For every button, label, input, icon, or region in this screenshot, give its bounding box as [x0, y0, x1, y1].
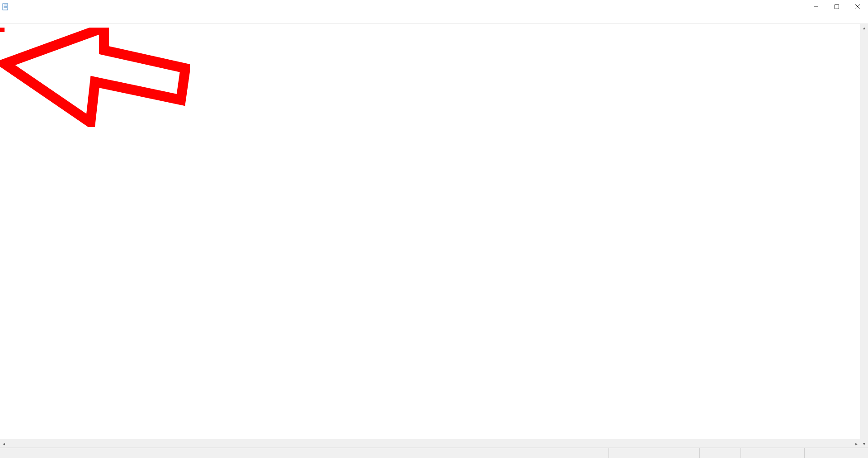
status-line-ending: [741, 448, 804, 458]
horizontal-scrollbar[interactable]: ◂ ▸: [0, 439, 860, 448]
status-encoding: [804, 448, 868, 458]
close-button[interactable]: [847, 0, 868, 14]
editor-area[interactable]: ▴ ▾ ◂ ▸: [0, 24, 868, 448]
status-empty: [0, 448, 609, 458]
pointer-arrow-icon: [0, 28, 190, 127]
svg-marker-8: [5, 28, 185, 123]
window-controls: [806, 0, 868, 14]
menu-view[interactable]: [24, 18, 31, 19]
statusbar: [0, 448, 868, 458]
menu-edit[interactable]: [9, 18, 16, 19]
vertical-scrollbar[interactable]: ▴ ▾: [860, 24, 868, 448]
scroll-down-icon[interactable]: ▾: [860, 440, 868, 448]
highlight-box: [0, 28, 5, 32]
scroll-right-icon[interactable]: ▸: [853, 440, 860, 448]
notepad-icon: [2, 3, 9, 10]
minimize-button[interactable]: [806, 0, 826, 14]
text-editor[interactable]: [0, 24, 868, 28]
menubar: [0, 14, 868, 24]
menu-help[interactable]: [31, 18, 38, 19]
menu-file[interactable]: [2, 18, 9, 19]
titlebar: [0, 0, 868, 14]
maximize-button[interactable]: [826, 0, 847, 14]
svg-rect-0: [3, 4, 8, 10]
status-zoom: [699, 448, 741, 458]
scroll-left-icon[interactable]: ◂: [0, 440, 8, 448]
menu-format[interactable]: [16, 18, 24, 19]
status-position: [609, 448, 699, 458]
svg-rect-5: [835, 5, 839, 9]
